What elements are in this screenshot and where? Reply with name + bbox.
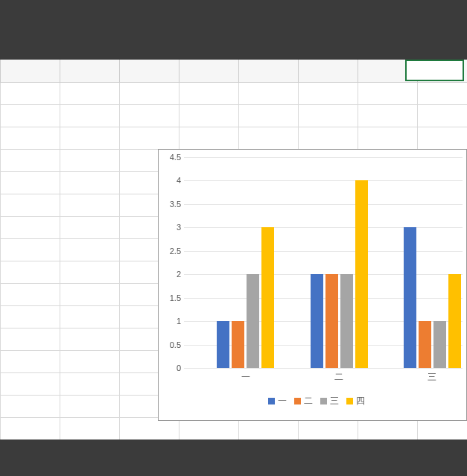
- bar: [261, 227, 274, 368]
- y-tick-label: 4.5: [162, 153, 181, 162]
- y-tick-label: 2.5: [162, 247, 181, 256]
- y-tick-label: 2: [162, 270, 181, 279]
- y-tick-label: 4: [162, 176, 181, 185]
- bar: [325, 274, 338, 368]
- legend-swatch: [346, 398, 353, 404]
- y-tick-label: 0: [162, 364, 181, 372]
- legend-swatch: [268, 398, 275, 404]
- x-category-label: 二: [290, 371, 387, 384]
- y-tick-label: 1: [162, 317, 181, 326]
- x-axis-labels: 一二三: [184, 371, 463, 383]
- bar: [419, 321, 431, 368]
- plot-area: 00.511.522.533.544.5: [184, 157, 463, 368]
- bar: [433, 321, 446, 368]
- legend-swatch: [294, 398, 301, 404]
- bar: [355, 180, 368, 368]
- bar: [340, 274, 353, 368]
- bar: [311, 274, 323, 368]
- legend-label: 三: [330, 396, 339, 406]
- selected-cell[interactable]: [405, 60, 464, 81]
- legend-label: 四: [356, 396, 365, 406]
- y-tick-label: 1.5: [162, 293, 181, 302]
- y-tick-label: 3: [162, 223, 181, 232]
- x-category-label: 一: [197, 371, 294, 384]
- bar: [448, 274, 461, 368]
- y-tick-label: 0.5: [162, 340, 181, 349]
- chart-legend: 一二三四: [159, 395, 466, 407]
- legend-label: 一: [278, 396, 287, 406]
- legend-swatch: [320, 398, 327, 404]
- bar: [247, 274, 259, 368]
- x-category-label: 三: [384, 371, 467, 384]
- bar: [404, 227, 416, 368]
- bar: [217, 321, 229, 368]
- y-tick-label: 3.5: [162, 200, 181, 209]
- embedded-chart[interactable]: 00.511.522.533.544.5 一二三 一二三四: [158, 149, 467, 421]
- legend-label: 二: [304, 396, 313, 406]
- column-header-row[interactable]: [0, 60, 467, 83]
- bar: [232, 321, 244, 368]
